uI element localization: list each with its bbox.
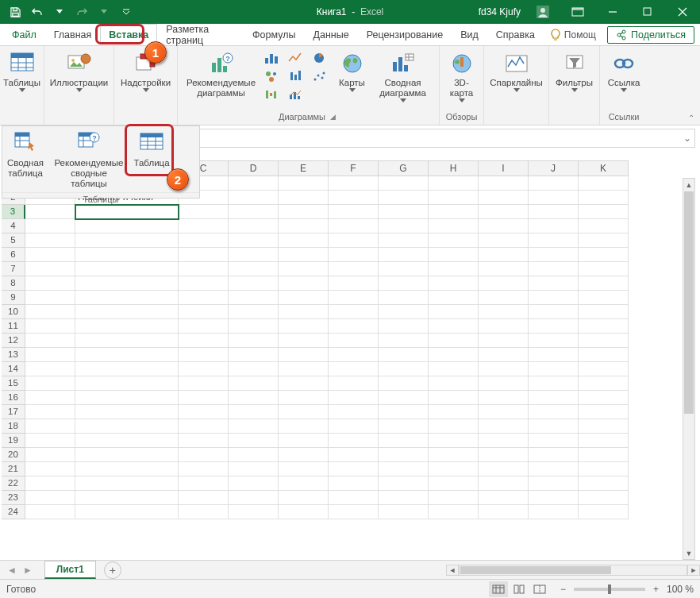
cell[interactable]	[329, 434, 379, 448]
cell[interactable]	[229, 362, 279, 376]
waterfall-chart-icon[interactable]	[260, 86, 283, 103]
cell[interactable]	[429, 319, 479, 334]
row-header[interactable]: 10	[2, 305, 25, 319]
cell[interactable]	[279, 291, 329, 305]
cell[interactable]	[229, 405, 279, 419]
cell[interactable]	[329, 305, 379, 319]
charts-dialog-launcher[interactable]: ◢	[327, 112, 338, 123]
cell[interactable]	[479, 462, 529, 476]
cell[interactable]	[479, 376, 529, 391]
cell[interactable]	[25, 291, 75, 305]
cell[interactable]	[429, 334, 479, 348]
cell[interactable]	[429, 405, 479, 419]
illustrations-button[interactable]: Иллюстрации	[47, 49, 112, 94]
cell[interactable]	[75, 505, 179, 519]
cell[interactable]	[579, 248, 629, 262]
col-header[interactable]: E	[279, 160, 329, 176]
cell[interactable]	[429, 191, 479, 205]
cell[interactable]	[579, 434, 629, 448]
cell[interactable]	[429, 491, 479, 505]
cell[interactable]	[429, 505, 479, 519]
cell[interactable]	[25, 319, 75, 334]
cell[interactable]	[529, 362, 579, 376]
cell[interactable]	[379, 476, 429, 491]
cell[interactable]	[479, 233, 529, 248]
cell[interactable]	[479, 419, 529, 434]
user-name[interactable]: fd34 Kjufy	[479, 6, 521, 17]
cell[interactable]	[75, 491, 179, 505]
cell[interactable]	[379, 376, 429, 391]
cell[interactable]	[479, 334, 529, 348]
cell[interactable]	[25, 376, 75, 391]
cell[interactable]	[25, 462, 75, 476]
row-header[interactable]: 14	[2, 362, 25, 376]
cell[interactable]	[579, 305, 629, 319]
cell[interactable]	[429, 205, 479, 219]
tab-pagelayout[interactable]: Разметка страниц	[157, 24, 244, 45]
scroll-up-icon[interactable]: ▲	[683, 179, 694, 191]
cell[interactable]	[279, 376, 329, 391]
cell[interactable]	[229, 391, 279, 405]
col-header[interactable]: F	[329, 160, 379, 176]
cell[interactable]	[529, 276, 579, 291]
cell[interactable]	[25, 434, 75, 448]
combo-chart-icon[interactable]	[284, 86, 306, 103]
cell[interactable]	[429, 291, 479, 305]
cell[interactable]	[379, 491, 429, 505]
cell[interactable]	[579, 219, 629, 233]
cell[interactable]	[379, 276, 429, 291]
cell[interactable]	[379, 191, 429, 205]
cell[interactable]	[579, 276, 629, 291]
cell[interactable]	[379, 505, 429, 519]
cell[interactable]	[75, 248, 179, 262]
recommended-charts-button[interactable]: ? Рекомендуемые диаграммы	[186, 49, 257, 100]
hscroll-thumb[interactable]	[460, 566, 611, 574]
maps-button[interactable]: Карты	[333, 49, 371, 94]
cell[interactable]	[279, 176, 329, 191]
cell[interactable]	[75, 419, 179, 434]
cell[interactable]	[329, 505, 379, 519]
sparklines-button[interactable]: Спарклайны	[487, 49, 546, 94]
cell[interactable]	[279, 191, 329, 205]
cell[interactable]	[579, 191, 629, 205]
row-header[interactable]: 18	[2, 419, 25, 434]
cell[interactable]	[579, 334, 629, 348]
cell[interactable]	[329, 362, 379, 376]
cell[interactable]	[579, 291, 629, 305]
cell[interactable]	[579, 505, 629, 519]
cell[interactable]	[75, 305, 179, 319]
sheet-nav-prev-icon[interactable]: ◄	[5, 565, 19, 576]
line-chart-icon[interactable]	[284, 49, 306, 67]
row-header[interactable]: 17	[2, 405, 25, 419]
cell[interactable]	[25, 305, 75, 319]
cell[interactable]	[179, 491, 229, 505]
add-sheet-button[interactable]: +	[104, 561, 121, 579]
row-header[interactable]: 9	[2, 291, 25, 305]
cell[interactable]	[429, 391, 479, 405]
cell[interactable]	[279, 491, 329, 505]
cell[interactable]	[279, 505, 329, 519]
cell[interactable]	[529, 505, 579, 519]
cell[interactable]	[75, 448, 179, 462]
row-header[interactable]: 16	[2, 391, 25, 405]
cell[interactable]	[229, 233, 279, 248]
cell[interactable]	[229, 291, 279, 305]
col-header[interactable]: J	[529, 160, 579, 176]
cell[interactable]	[75, 319, 179, 334]
link-button[interactable]: Ссылка	[605, 49, 644, 94]
zoom-slider[interactable]	[574, 588, 645, 591]
cell[interactable]	[579, 419, 629, 434]
expand-formula-bar-icon[interactable]: ⌄	[680, 133, 694, 144]
cell[interactable]	[579, 491, 629, 505]
zoom-out-button[interactable]: −	[557, 584, 569, 595]
page-layout-view-icon[interactable]	[510, 581, 529, 597]
col-header[interactable]: G	[379, 160, 429, 176]
cell[interactable]	[479, 291, 529, 305]
cell[interactable]	[529, 334, 579, 348]
cell[interactable]	[25, 205, 75, 219]
statistic-chart-icon[interactable]	[284, 68, 306, 85]
cell[interactable]	[25, 476, 75, 491]
redo-dropdown-icon[interactable]	[94, 2, 114, 22]
cell[interactable]	[279, 348, 329, 362]
cell[interactable]	[529, 405, 579, 419]
